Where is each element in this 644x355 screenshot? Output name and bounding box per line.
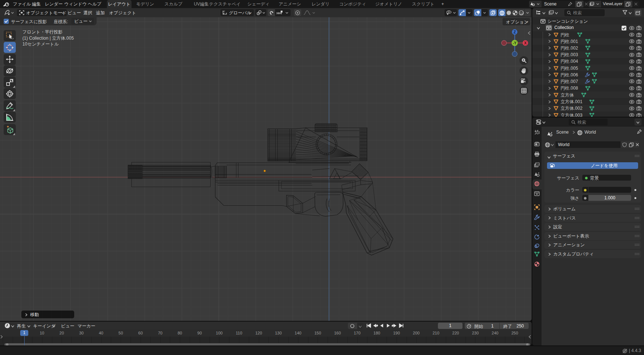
svg-text:X: X <box>524 41 527 45</box>
svg-text:Z: Z <box>514 30 516 34</box>
svg-text:-Y: -Y <box>513 41 517 45</box>
